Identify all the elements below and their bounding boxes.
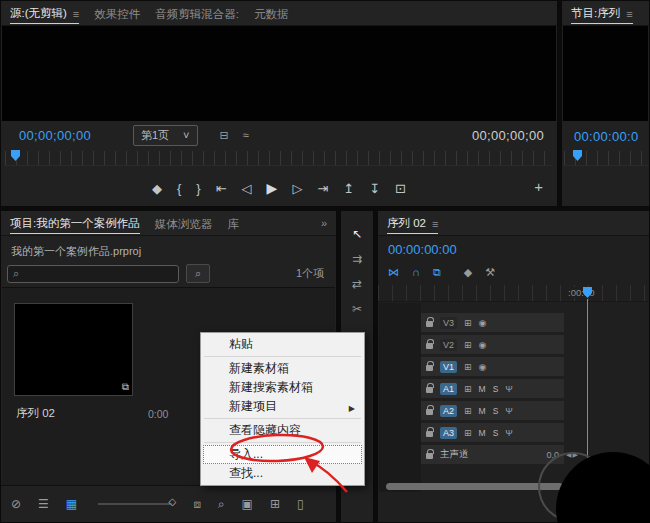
tab-audio-clip-mixer[interactable]: 音频剪辑混合器: bbox=[155, 3, 239, 24]
tab-effect-controls[interactable]: 效果控件 bbox=[94, 3, 140, 24]
step-forward-button[interactable]: ▷ bbox=[292, 181, 302, 196]
ripple-edit-tool-icon[interactable]: ⇄ bbox=[352, 277, 362, 290]
search-input[interactable] bbox=[24, 268, 173, 280]
toggle-output-eye-icon[interactable]: ◉ bbox=[479, 340, 487, 350]
program-monitor-panel: 节目:序列 ≡ 00:00:00:0 bbox=[561, 0, 650, 207]
button-editor-plus-button[interactable]: + bbox=[534, 178, 543, 195]
track-lock-icon[interactable] bbox=[426, 409, 433, 415]
step-back-button[interactable]: ◁ bbox=[242, 181, 252, 196]
menu-item-view-hidden[interactable]: 查看隐藏内容 bbox=[203, 421, 362, 440]
delete-button[interactable]: ▯ bbox=[297, 497, 304, 511]
find-button[interactable]: ⌕ bbox=[218, 497, 225, 511]
sync-lock-icon[interactable]: ⊞ bbox=[464, 318, 472, 328]
source-current-timecode[interactable]: 00;00;00;00 bbox=[19, 128, 91, 143]
new-bin-button[interactable]: ▣ bbox=[242, 497, 253, 511]
play-button[interactable]: ▶ bbox=[267, 180, 278, 196]
timeline-current-timecode[interactable]: 00:00:00:00 bbox=[388, 242, 457, 257]
icon-view-button[interactable]: ▦ bbox=[66, 497, 77, 511]
timeline-settings-wrench-icon[interactable]: ⚒ bbox=[485, 266, 495, 279]
sync-lock-icon[interactable]: ⊞ bbox=[464, 406, 472, 416]
tab-libraries[interactable]: 库 bbox=[227, 213, 239, 234]
track-select-tool-icon[interactable]: ⇉ bbox=[352, 252, 362, 265]
project-writable-icon[interactable]: ⊘ bbox=[11, 497, 21, 511]
source-mini-timeline-ruler[interactable] bbox=[5, 151, 553, 166]
sync-lock-icon[interactable]: ⊞ bbox=[464, 362, 472, 372]
search-box[interactable]: ⌕ bbox=[7, 265, 179, 283]
track-target-badge[interactable]: V2 bbox=[440, 339, 457, 351]
solo-button[interactable]: S bbox=[493, 428, 499, 438]
tab-metadata[interactable]: 元数据 bbox=[254, 3, 289, 24]
linked-selection-icon[interactable]: ⧉ bbox=[433, 266, 441, 279]
sync-lock-icon[interactable]: ⊞ bbox=[464, 428, 472, 438]
drag-audio-icon[interactable]: ≈ bbox=[243, 129, 249, 141]
menu-item-paste[interactable]: 粘贴 bbox=[203, 335, 362, 354]
insert-button[interactable]: ↥ bbox=[343, 181, 354, 196]
mute-button[interactable]: M bbox=[479, 428, 486, 438]
solo-button[interactable]: S bbox=[493, 406, 499, 416]
tab-sequence-02[interactable]: 序列 02 ≡ bbox=[387, 212, 438, 234]
list-view-button[interactable]: ☰ bbox=[38, 497, 49, 511]
voiceover-record-mic-icon[interactable]: Ψ bbox=[505, 384, 513, 394]
thumbnail-zoom-slider[interactable]: ◇ bbox=[98, 503, 172, 505]
track-lock-icon[interactable] bbox=[426, 387, 433, 393]
go-to-out-button[interactable]: ⇥ bbox=[317, 181, 328, 196]
snap-icon[interactable]: ∩ bbox=[412, 266, 420, 279]
drag-video-icon[interactable]: ⊟ bbox=[220, 129, 229, 142]
voiceover-record-mic-icon[interactable]: Ψ bbox=[505, 406, 513, 416]
sequence-item-name[interactable]: 序列 02 bbox=[16, 406, 55, 421]
mute-button[interactable]: M bbox=[479, 384, 486, 394]
track-target-badge[interactable]: A3 bbox=[440, 427, 457, 439]
program-current-timecode[interactable]: 00:00:00:0 bbox=[574, 129, 638, 144]
filter-search-button[interactable]: ⌕ bbox=[186, 264, 210, 283]
tab-program[interactable]: 节目:序列 ≡ bbox=[571, 2, 633, 24]
voiceover-record-mic-icon[interactable]: Ψ bbox=[505, 428, 513, 438]
overwrite-button[interactable]: ↧ bbox=[369, 181, 380, 196]
sync-lock-icon[interactable]: ⊞ bbox=[464, 384, 472, 394]
new-item-button[interactable]: ⊞ bbox=[270, 497, 280, 511]
toggle-output-eye-icon[interactable]: ◉ bbox=[479, 362, 487, 372]
track-target-badge[interactable]: V3 bbox=[440, 317, 457, 329]
timeline-horizontal-scrollbar[interactable] bbox=[386, 483, 563, 490]
chevron-down-icon: ˅ bbox=[183, 129, 189, 141]
mark-in-button[interactable]: { bbox=[177, 181, 181, 196]
menu-item-new-bin[interactable]: 新建素材箱 bbox=[203, 359, 362, 378]
panel-menu-icon[interactable]: ≡ bbox=[73, 8, 79, 20]
mark-out-button[interactable]: } bbox=[196, 181, 200, 196]
tab-overflow-icon[interactable]: » bbox=[321, 217, 327, 229]
tab-source[interactable]: 源:(无剪辑) ≡ bbox=[10, 2, 79, 24]
menu-item-find[interactable]: 查找... bbox=[203, 464, 362, 483]
menu-item-new-search-bin[interactable]: 新建搜索素材箱 bbox=[203, 378, 362, 397]
panel-menu-icon[interactable]: ≡ bbox=[626, 8, 632, 20]
track-lock-icon[interactable] bbox=[426, 343, 433, 349]
menu-item-import[interactable]: 导入... bbox=[203, 445, 362, 464]
panel-menu-icon[interactable]: ≡ bbox=[432, 218, 438, 230]
track-target-badge[interactable]: A2 bbox=[440, 405, 457, 417]
solo-button[interactable]: S bbox=[493, 384, 499, 394]
project-tabbar: 项目:我的第一个案例作品 媒体浏览器 库 » bbox=[1, 211, 336, 236]
tab-project[interactable]: 项目:我的第一个案例作品 bbox=[10, 212, 140, 234]
track-target-badge[interactable]: V1 bbox=[440, 361, 457, 373]
track-lock-icon[interactable] bbox=[426, 431, 433, 437]
go-to-in-button[interactable]: ⇤ bbox=[216, 181, 227, 196]
add-marker-button[interactable]: ◆ bbox=[152, 181, 162, 196]
tab-media-browser[interactable]: 媒体浏览器 bbox=[155, 213, 213, 234]
add-marker-icon[interactable]: ◆ bbox=[464, 266, 472, 279]
track-lock-icon[interactable] bbox=[426, 321, 433, 327]
automate-to-sequence-button[interactable]: ⧈ bbox=[193, 497, 201, 511]
sequence-thumbnail[interactable]: ⧉ bbox=[14, 303, 133, 396]
slider-handle-icon[interactable]: ◇ bbox=[168, 496, 176, 507]
sync-lock-icon[interactable]: ⊞ bbox=[464, 340, 472, 350]
toggle-output-eye-icon[interactable]: ◉ bbox=[479, 318, 487, 328]
nest-toggle-icon[interactable]: ⋈ bbox=[388, 266, 399, 279]
export-frame-button[interactable]: ⊡ bbox=[395, 181, 406, 196]
timeline-ruler[interactable] bbox=[378, 285, 649, 302]
track-target-badge[interactable]: A1 bbox=[440, 383, 457, 395]
track-lock-icon[interactable] bbox=[426, 453, 433, 459]
selection-tool-icon[interactable]: ↖ bbox=[352, 227, 362, 240]
track-lock-icon[interactable] bbox=[426, 365, 433, 371]
zoom-level-select[interactable]: 第1页 ˅ bbox=[133, 125, 198, 146]
razor-tool-icon[interactable]: ✂ bbox=[352, 302, 362, 315]
project-search-row: ⌕ ⌕ 1个项 bbox=[7, 264, 330, 283]
menu-item-new-item[interactable]: 新建项目 ▶ bbox=[203, 397, 362, 416]
mute-button[interactable]: M bbox=[479, 406, 486, 416]
